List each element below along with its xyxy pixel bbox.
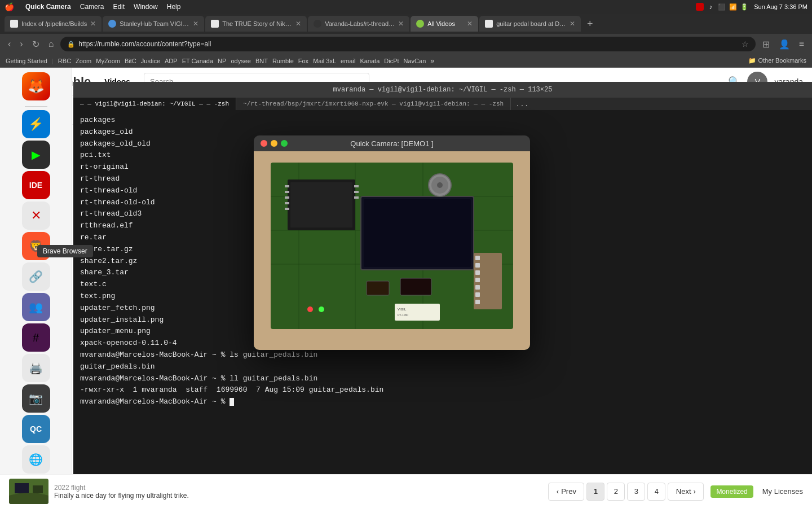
bookmark-fox[interactable]: Fox <box>298 58 308 64</box>
camera-menu[interactable]: Camera <box>80 3 104 11</box>
next-button[interactable]: Next › <box>668 483 704 501</box>
bookmark-zoom[interactable]: Zoom <box>76 58 91 64</box>
app-name[interactable]: Quick Camera <box>25 3 71 11</box>
close-app-icon[interactable]: ✕ <box>22 202 50 230</box>
bookmark-rumble[interactable]: Rumble <box>272 58 294 64</box>
other-bookmarks-folder[interactable]: 📁 Other Bookmarks <box>748 57 806 64</box>
address-bar[interactable]: 🔒 https://rumble.com/account/content?typ… <box>60 37 755 51</box>
terminal-line: -rwxr-xr-x 1 mvaranda staff 1699960 7 Au… <box>80 384 805 396</box>
refresh-button[interactable]: ↻ <box>30 38 42 51</box>
camera-titlebar: Quick Camera: [DEMO1 ] <box>254 135 530 151</box>
terminal-tab-2[interactable]: ~/rt-thread/bsp/jmxrt/imxrt1060-nxp-evk … <box>236 98 511 110</box>
bookmarks-overflow[interactable]: » <box>430 56 434 65</box>
quick-camera-window: Quick Camera: [DEMO1 ] <box>254 135 530 350</box>
vscode-icon[interactable]: ⚡ <box>22 110 50 138</box>
bookmark-dicpt[interactable]: DicPt <box>384 58 399 64</box>
tab-tesla[interactable]: The TRUE Story of Nikola... ✕ <box>205 16 307 32</box>
bookmark-navcan[interactable]: NavCan <box>404 58 426 64</box>
minimize-window-button[interactable] <box>271 140 277 147</box>
prev-button[interactable]: ‹ Prev <box>548 483 584 501</box>
svg-rect-30 <box>475 300 480 304</box>
bookmark-bnt[interactable]: BNT <box>255 58 268 64</box>
svg-rect-25 <box>475 263 480 268</box>
svg-rect-26 <box>475 270 480 275</box>
svg-rect-16 <box>285 202 289 204</box>
edit-menu[interactable]: Edit <box>113 3 125 11</box>
bookmark-star-icon[interactable]: ☆ <box>742 40 749 49</box>
page-nav: ‹ Prev 1 2 3 4 Next › <box>548 483 704 501</box>
terminal-tabs-more[interactable]: ... <box>511 98 533 110</box>
terminal-cursor <box>230 398 234 406</box>
page-4-button[interactable]: 4 <box>647 483 665 501</box>
music-icon: ♪ <box>709 3 713 10</box>
back-button[interactable]: ‹ <box>6 38 13 50</box>
my-licenses-link[interactable]: My Licenses <box>762 487 803 496</box>
page-1-button[interactable]: 1 <box>586 483 604 501</box>
qc-icon[interactable]: QC <box>22 415 50 443</box>
video-title-text: Finally a nice day for flying my ultrali… <box>54 492 189 500</box>
terminal-line: mvaranda@Marcelos-MacBook-Air ~ % <box>80 396 805 408</box>
monetized-badge: Monetized <box>710 485 753 498</box>
page-2-button[interactable]: 2 <box>607 483 625 501</box>
terminal-icon[interactable]: ▶ <box>22 141 50 169</box>
firefox-icon[interactable]: 🦊 <box>22 72 50 100</box>
url-text: https://rumble.com/account/content?type=… <box>78 40 738 48</box>
tab-allvideos[interactable]: All Videos ✕ <box>411 16 478 32</box>
tab-guitar[interactable]: guitar pedal board at Duc... ✕ <box>479 16 581 32</box>
clock: Sun Aug 7 3:36 PM <box>754 3 807 10</box>
bookmark-odysee[interactable]: odysee <box>231 58 250 64</box>
bookmark-canada[interactable]: ET Canada <box>182 58 213 64</box>
printer-icon[interactable]: 🖨️ <box>22 354 50 382</box>
svg-rect-20 <box>354 196 359 199</box>
maximize-window-button[interactable] <box>281 140 288 147</box>
terminal-tab-1[interactable]: — — vigil@vigil-debian: ~/VIGIL — — -zsh <box>73 98 236 110</box>
browser-chrome: Index of /pipeline/Builds ✕ StanleyHub T… <box>0 14 812 68</box>
svg-point-36 <box>307 306 313 312</box>
svg-rect-22 <box>364 199 471 267</box>
teams-icon[interactable]: 👥 <box>22 293 50 321</box>
svg-rect-1 <box>15 483 29 493</box>
page-3-button[interactable]: 3 <box>627 483 645 501</box>
bookmark-email[interactable]: email <box>341 58 355 64</box>
new-tab-button[interactable]: + <box>582 16 598 32</box>
svg-rect-13 <box>285 185 289 187</box>
terminal-tabs: — — vigil@vigil-debian: ~/VIGIL — — -zsh… <box>73 98 812 110</box>
video-thumbnail[interactable] <box>9 479 48 504</box>
forward-button[interactable]: › <box>17 38 25 50</box>
bookmark-justice[interactable]: Justice <box>141 58 160 64</box>
tab-vigil[interactable]: StanleyHub Team VIGIL A... ✕ <box>103 16 204 32</box>
apple-menu[interactable]: 🍎 <box>5 2 14 11</box>
window-menu[interactable]: Window <box>134 3 158 11</box>
svg-rect-2 <box>33 485 43 493</box>
terminal-line: packages <box>80 115 805 126</box>
prev-arrow-icon: ‹ <box>557 487 559 496</box>
quick-camera-dock-icon[interactable]: 📷 <box>22 384 50 413</box>
bookmark-adp[interactable]: ADP <box>165 58 178 64</box>
home-button[interactable]: ⌂ <box>46 38 56 50</box>
bookmark-mail[interactable]: Mail 3xL <box>313 58 336 64</box>
svg-rect-14 <box>285 191 289 193</box>
bookmark-np[interactable]: NP <box>218 58 226 64</box>
svg-text:RT-1060: RT-1060 <box>398 313 408 317</box>
help-menu[interactable]: Help <box>167 3 181 11</box>
bookmark-kanata[interactable]: Kanata <box>360 58 379 64</box>
slack-icon[interactable]: # <box>22 323 50 352</box>
bookmark-rbc[interactable]: RBC <box>58 58 71 64</box>
close-window-button[interactable] <box>261 140 267 147</box>
ide-icon[interactable]: IDE <box>22 171 50 199</box>
link-icon[interactable]: 🔗 <box>22 262 50 291</box>
svg-rect-31 <box>367 281 389 295</box>
video-year: 2022 flight <box>54 484 189 492</box>
side-links: My Licenses <box>762 487 803 496</box>
tab-builds[interactable]: Index of /pipeline/Builds ✕ <box>5 16 102 32</box>
maps-icon[interactable]: 🌐 <box>22 445 50 474</box>
bookmark-getting-started[interactable]: Getting Started <box>6 58 47 64</box>
extensions-button[interactable]: ⊞ <box>760 38 772 51</box>
profile-button[interactable]: 👤 <box>776 38 792 51</box>
bookmark-bitc[interactable]: BitC <box>125 58 136 64</box>
tab-rtthread[interactable]: Varanda-Labs/rt-thread: R... ✕ <box>308 16 409 32</box>
svg-rect-12 <box>290 182 352 227</box>
bookmark-myzoom[interactable]: MyZoom <box>96 58 120 64</box>
menu-button[interactable]: ≡ <box>797 38 806 50</box>
svg-rect-15 <box>285 196 289 199</box>
